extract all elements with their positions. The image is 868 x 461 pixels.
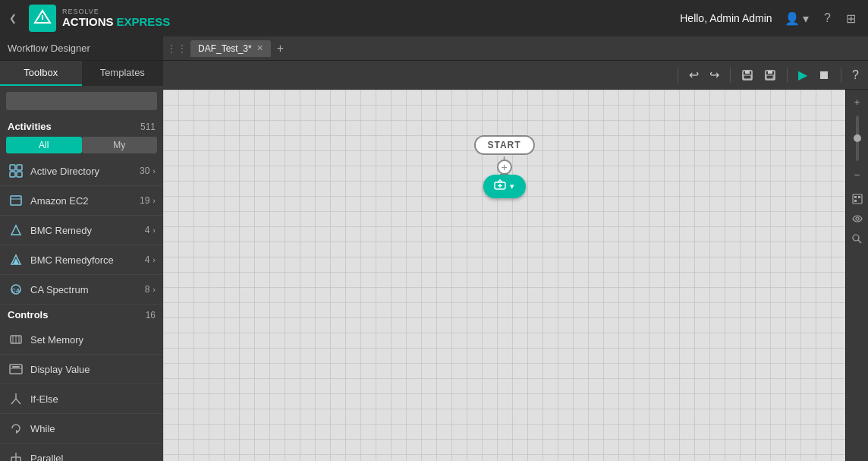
- svg-rect-5: [17, 172, 22, 177]
- list-item-bmc-remedy[interactable]: BMC Remedy 4 ›: [0, 216, 163, 245]
- svg-rect-19: [12, 366, 20, 368]
- canvas-with-right-toolbar: START + ▾: [163, 90, 868, 461]
- list-item-amazon-ec2[interactable]: Amazon EC2 19 ›: [0, 186, 163, 216]
- controls-item-set-memory[interactable]: Set Memory: [0, 325, 163, 355]
- svg-point-45: [856, 217, 859, 220]
- filter-tabs: All My: [6, 137, 157, 153]
- toolbar-sep-4: [841, 68, 841, 83]
- stop-button[interactable]: ⏹: [815, 65, 833, 85]
- user-icon[interactable]: 👤 ▾: [782, 8, 812, 29]
- ca-spectrum-label: CA Spectrum: [30, 284, 145, 295]
- svg-rect-41: [853, 194, 862, 204]
- zoom-slider[interactable]: [856, 115, 859, 161]
- controls-item-display-value[interactable]: Display Value: [0, 355, 163, 384]
- start-label: START: [473, 135, 534, 155]
- controls-count: 16: [146, 310, 156, 320]
- tab-daf-test-3[interactable]: DAF_Test_3* ✕: [190, 40, 271, 57]
- active-directory-chevron: ›: [153, 166, 156, 175]
- filter-my[interactable]: My: [82, 137, 158, 153]
- set-memory-label: Set Memory: [30, 334, 83, 346]
- svg-marker-8: [11, 226, 20, 235]
- activities-section-header: Activities 511: [0, 116, 163, 137]
- action-node-chevron[interactable]: ▾: [510, 182, 514, 191]
- activities-count: 511: [140, 122, 156, 132]
- svg-text:+: +: [772, 75, 775, 81]
- list-item-ca-spectrum[interactable]: CA CA Spectrum 8 ›: [0, 275, 163, 305]
- add-after-start[interactable]: +: [496, 159, 511, 175]
- while-icon: [8, 420, 24, 437]
- nav-chevron[interactable]: ❮: [9, 13, 17, 24]
- main-area: Workflow Designer Toolbox Templates Acti…: [0, 36, 868, 461]
- sidebar-tabs: Toolbox Templates: [0, 61, 163, 86]
- svg-line-47: [858, 240, 861, 243]
- zoom-out-button[interactable]: −: [848, 166, 866, 184]
- save-button[interactable]: [738, 66, 756, 84]
- svg-rect-32: [744, 75, 751, 79]
- canvas-area: ⋮⋮ DAF_Test_3* ✕ + ↩ ↪: [163, 36, 868, 461]
- controls-item-while[interactable]: While: [0, 414, 163, 444]
- activities-list: Active Directory 30 › Amazon EC2 19 ›: [0, 156, 163, 461]
- help-icon[interactable]: ?: [821, 8, 834, 28]
- toolbar-sep-3: [787, 68, 788, 83]
- play-button[interactable]: ▶: [795, 65, 810, 85]
- list-item-active-directory[interactable]: Active Directory 30 ›: [0, 156, 163, 186]
- display-value-label: Display Value: [30, 364, 90, 375]
- bmc-remedyforce-chevron: ›: [153, 255, 156, 264]
- search-input[interactable]: [6, 92, 157, 110]
- tab-drag-handle: ⋮⋮: [166, 43, 187, 55]
- set-memory-icon: [8, 331, 24, 348]
- workflow-canvas[interactable]: START + ▾: [163, 90, 845, 461]
- if-else-label: If-Else: [30, 393, 58, 405]
- while-label: While: [30, 423, 55, 434]
- parallel-label: Parallel: [30, 453, 63, 462]
- svg-line-21: [11, 399, 16, 404]
- tab-toolbox[interactable]: Toolbox: [0, 61, 82, 86]
- parallel-icon: [8, 450, 24, 461]
- svg-rect-31: [745, 71, 750, 74]
- filter-all[interactable]: All: [6, 137, 82, 153]
- active-directory-count: 30: [140, 166, 149, 176]
- svg-rect-2: [10, 165, 15, 170]
- topbar-right: Hello, Admin Admin 👤 ▾ ? ⊞: [680, 8, 859, 29]
- svg-point-46: [853, 235, 859, 241]
- bmc-remedy-icon: [8, 222, 24, 238]
- active-directory-icon: [8, 163, 24, 179]
- svg-rect-4: [10, 172, 15, 177]
- controls-item-parallel[interactable]: Parallel: [0, 444, 163, 461]
- search-canvas-button[interactable]: [848, 229, 866, 248]
- ca-spectrum-count: 8: [145, 284, 150, 295]
- undo-button[interactable]: ↩: [686, 65, 702, 85]
- action-node[interactable]: ▾: [483, 175, 525, 198]
- workflow-designer-title: Workflow Designer: [8, 43, 90, 54]
- controls-section-header: Controls 16: [0, 305, 163, 325]
- zoom-in-button[interactable]: +: [848, 93, 866, 111]
- svg-rect-34: [768, 71, 772, 74]
- save-as-button[interactable]: +: [761, 66, 779, 84]
- grid-icon[interactable]: ⊞: [843, 8, 859, 29]
- amazon-ec2-label: Amazon EC2: [30, 195, 140, 207]
- tab-close-button[interactable]: ✕: [256, 43, 263, 53]
- redo-button[interactable]: ↪: [706, 65, 722, 85]
- svg-rect-6: [11, 196, 21, 205]
- list-item-bmc-remedyforce[interactable]: BMC Remedyforce 4 ›: [0, 245, 163, 275]
- tab-add-button[interactable]: +: [272, 40, 288, 57]
- topbar-left: ❮ RESOLVE ACTIONSEXPRESS: [9, 5, 170, 32]
- bmc-remedy-label: BMC Remedy: [30, 225, 145, 236]
- canvas-toolbar: ↩ ↪ + ▶ ⏹ ?: [163, 61, 868, 90]
- tab-templates[interactable]: Templates: [82, 61, 164, 86]
- amazon-ec2-chevron: ›: [153, 196, 156, 205]
- help-button[interactable]: ?: [849, 65, 862, 85]
- map-button[interactable]: [848, 190, 866, 208]
- eye-button[interactable]: [848, 210, 866, 228]
- controls-label: Controls: [8, 309, 48, 320]
- svg-rect-44: [854, 200, 857, 202]
- svg-rect-3: [17, 165, 22, 170]
- amazon-ec2-count: 19: [140, 195, 149, 206]
- active-directory-label: Active Directory: [30, 166, 140, 177]
- amazon-ec2-icon: [8, 192, 24, 209]
- bmc-remedyforce-icon: [8, 251, 24, 268]
- controls-item-if-else[interactable]: If-Else: [0, 384, 163, 414]
- topbar: ❮ RESOLVE ACTIONSEXPRESS Hello, Admin Ad…: [0, 0, 868, 36]
- svg-rect-43: [858, 196, 860, 198]
- sidebar: Workflow Designer Toolbox Templates Acti…: [0, 36, 163, 461]
